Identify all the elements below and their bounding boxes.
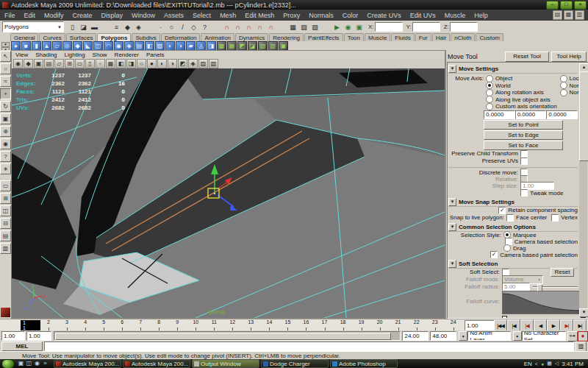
- shelf-tab[interactable]: Subdivs: [132, 33, 159, 41]
- language-indicator[interactable]: EN: [524, 361, 532, 367]
- shelf-tool-icon[interactable]: ◩: [237, 41, 247, 51]
- taskbar-task-button[interactable]: Output Window: [192, 359, 259, 368]
- menu-item[interactable]: Create: [68, 10, 97, 21]
- poly-torus-icon[interactable]: ◎: [62, 41, 72, 51]
- maximize-button[interactable]: □: [560, 1, 573, 10]
- menu-item[interactable]: Create UVs: [362, 10, 406, 21]
- frame-tick[interactable]: 15: [279, 319, 295, 331]
- start-button[interactable]: [1, 359, 15, 368]
- panel-scrollbar[interactable]: ▲ ▼: [579, 63, 587, 317]
- textured-icon[interactable]: ◐: [157, 59, 167, 68]
- rotate-tool-icon[interactable]: ↻: [0, 101, 11, 112]
- render-settings-icon[interactable]: ▣: [354, 21, 365, 32]
- tool-help-button[interactable]: Tool Help: [551, 52, 587, 62]
- snap-to-curve-icon[interactable]: ∩: [232, 21, 243, 32]
- playback-start-field[interactable]: 1.00: [26, 331, 51, 341]
- taskbar-task-button[interactable]: Adobe Photoshop: [330, 359, 398, 368]
- current-frame-indicator[interactable]: 1 1: [21, 320, 40, 330]
- shelf-tab[interactable]: Animation: [201, 33, 234, 41]
- frame-tick[interactable]: 17: [317, 319, 333, 331]
- frame-tick[interactable]: 21: [390, 319, 406, 331]
- open-scene-icon[interactable]: ◪: [78, 21, 89, 32]
- vertex-checkbox[interactable]: [551, 214, 559, 222]
- poly-helix-icon[interactable]: ◠: [104, 41, 113, 51]
- shelf-tab[interactable]: Polygons: [97, 33, 131, 41]
- poly-cylinder-icon[interactable]: ▮: [32, 41, 41, 51]
- shelf-tab[interactable]: General: [10, 33, 38, 41]
- menu-item[interactable]: Display: [97, 10, 128, 21]
- collapse-arrow-icon[interactable]: ▼: [448, 198, 456, 206]
- viewport-menu-item[interactable]: Shading: [32, 52, 60, 58]
- move-tool-icon[interactable]: +: [0, 88, 11, 99]
- drag-radio[interactable]: [503, 244, 511, 252]
- show-manipulator-tool-icon[interactable]: ?: [0, 151, 11, 162]
- toolbar-separator[interactable]: [276, 21, 287, 32]
- select-component-icon[interactable]: ◈: [133, 21, 144, 32]
- bookmark-icon[interactable]: ▤: [44, 59, 54, 68]
- menu-item[interactable]: Normals: [304, 10, 338, 21]
- poly-plane-icon[interactable]: ▱: [52, 41, 62, 51]
- current-time-field[interactable]: 1.00: [465, 320, 495, 330]
- quick-launch-browser-icon[interactable]: ◉: [33, 360, 41, 367]
- frame-tick[interactable]: 24: [445, 319, 462, 331]
- taskbar-task-button[interactable]: Dodge Charger: [261, 359, 329, 368]
- auto-keyframe-toggle[interactable]: ●: [578, 331, 588, 342]
- shelf-tool-icon[interactable]: ◬: [196, 41, 206, 51]
- shelf-tab[interactable]: Muscle: [365, 33, 390, 41]
- frame-tick[interactable]: 18: [335, 319, 351, 331]
- mel-toggle-button[interactable]: MEL: [1, 342, 43, 351]
- make-live-icon[interactable]: ∩: [265, 21, 276, 32]
- time-slider[interactable]: 123456789101112131415161718192021222324 …: [0, 319, 588, 331]
- smooth-shade-icon[interactable]: ●: [147, 59, 157, 68]
- menu-item[interactable]: Assets: [159, 10, 188, 21]
- frame-tick[interactable]: 22: [409, 319, 425, 331]
- camera-attributes-icon[interactable]: ▣: [34, 59, 43, 68]
- shelf-tool-icon[interactable]: ▦: [227, 41, 237, 51]
- safe-title-icon[interactable]: ◨: [126, 59, 136, 68]
- ipr-render-icon[interactable]: ◉: [343, 21, 354, 32]
- quick-launch-explorer-icon[interactable]: ◫: [25, 360, 33, 367]
- frame-tick[interactable]: 4: [77, 319, 93, 331]
- shelf-tool-icon[interactable]: ◑: [176, 41, 185, 51]
- layout-two-pane-stacked-icon[interactable]: ⊟: [0, 218, 11, 229]
- shelf-tab[interactable]: PaintEffects: [304, 33, 343, 41]
- new-scene-icon[interactable]: ▯: [67, 21, 78, 32]
- frame-tick[interactable]: 9: [169, 319, 185, 331]
- poly-pyramid-icon[interactable]: ◣: [83, 41, 93, 51]
- animation-start-field[interactable]: 1.00: [1, 331, 25, 341]
- scrollbar-thumb[interactable]: [579, 71, 588, 161]
- shelf-tab[interactable]: Hair: [432, 33, 451, 41]
- move-axis-radio-option[interactable]: World: [486, 82, 557, 90]
- collapse-arrow-icon[interactable]: ▼: [448, 65, 456, 73]
- tool-settings-toggle-icon[interactable]: ▦: [564, 10, 573, 20]
- range-slider-track[interactable]: [54, 331, 401, 341]
- menu-item[interactable]: Proxy: [279, 10, 304, 21]
- reset-tool-button[interactable]: Reset Tool: [505, 52, 549, 62]
- lasso-select-tool-icon[interactable]: ○: [0, 63, 11, 74]
- film-gate-icon[interactable]: ▭: [75, 59, 85, 68]
- character-set-dropdown-icon[interactable]: ▼: [513, 331, 522, 341]
- radio-icon[interactable]: [486, 96, 493, 103]
- volume-icon[interactable]: ◁: [555, 361, 559, 367]
- poly-soccer-ball-icon[interactable]: ◉: [114, 41, 123, 51]
- shelf-tab[interactable]: Fluids: [391, 33, 414, 41]
- layout-hypershade-icon[interactable]: ▥: [0, 243, 11, 254]
- mask-lines-icon[interactable]: /: [177, 21, 188, 32]
- layout-single-pane-icon[interactable]: ▭: [0, 180, 11, 191]
- marquee-radio[interactable]: [503, 231, 511, 238]
- poly-sphere-icon[interactable]: ●: [11, 41, 21, 51]
- shelf-tool-icon[interactable]: ◐: [165, 41, 175, 51]
- view-grid-icon[interactable]: ⊞: [65, 59, 74, 68]
- frame-tick[interactable]: 5: [96, 319, 112, 331]
- poly-platonic-icon[interactable]: ◈: [124, 41, 134, 51]
- shelf-tool-icon[interactable]: ▰: [186, 41, 196, 51]
- mask-points-icon[interactable]: ·: [155, 21, 166, 32]
- construction-history-icon[interactable]: ▨: [309, 21, 320, 32]
- menu-item[interactable]: Window: [127, 10, 159, 21]
- viewport-menu-item[interactable]: Lighting: [61, 52, 89, 58]
- select-tool-icon[interactable]: ↖: [0, 51, 11, 62]
- wireframe-icon[interactable]: ○: [137, 59, 146, 68]
- tweak-mode-checkbox[interactable]: [520, 189, 528, 197]
- select-object-icon[interactable]: ◆: [122, 21, 133, 32]
- character-set-selector[interactable]: No Character Set: [522, 331, 566, 341]
